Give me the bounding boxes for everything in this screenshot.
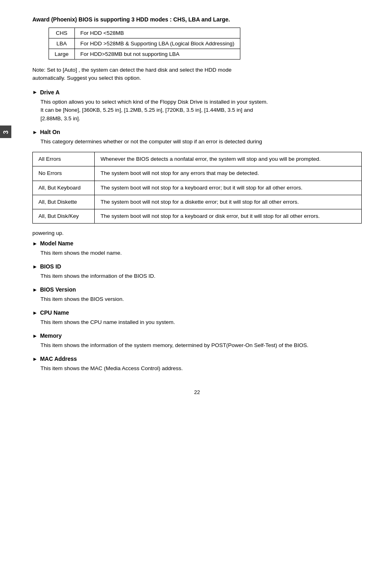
halt-description: The system boot will not stop for a keyb… xyxy=(95,181,362,195)
halt-option: All, But Keyboard xyxy=(33,181,95,195)
page-number: 22 xyxy=(32,389,362,395)
arrow-icon: ► xyxy=(32,89,38,95)
hdd-table-row: LBAFor HDD >528MB & Supporting LBA (Logi… xyxy=(49,38,240,49)
halt-table-row: All, But DisketteThe system boot will no… xyxy=(33,195,362,209)
section-title-bios-version: BIOS Version xyxy=(40,286,76,293)
section-body-drive-a: This option allows you to select which k… xyxy=(40,98,362,124)
after-table-text: powering up. xyxy=(32,230,362,236)
arrow-icon: ► xyxy=(32,264,38,270)
hdd-mode: LBA xyxy=(49,38,75,49)
halt-table-row: All, But Disk/KeyThe system boot will no… xyxy=(33,209,362,224)
section-body-bios-id: This item shows the information of the B… xyxy=(40,272,362,281)
halt-description: The system boot will not stop for a keyb… xyxy=(95,209,362,224)
halt-table: All ErrorsWhenever the BIOS detects a no… xyxy=(32,152,362,224)
section-body-cpu-name: This item shows the CPU name installed i… xyxy=(40,318,362,327)
halt-table-row: No ErrorsThe system boot will not stop f… xyxy=(33,166,362,181)
hdd-mode: Large xyxy=(49,49,75,60)
section-heading-model-name: ►Model Name xyxy=(32,240,362,247)
hdd-table-row: LargeFor HDD>528MB but not supporting LB… xyxy=(49,49,240,60)
halt-option: All, But Disk/Key xyxy=(33,209,95,224)
section-heading-drive-a: ►Drive A xyxy=(32,89,362,96)
halt-option: No Errors xyxy=(33,166,95,181)
arrow-icon: ► xyxy=(32,356,38,362)
hdd-description: For HDD >528MB & Supporting LBA (Logical… xyxy=(74,38,240,49)
halt-option: All, But Diskette xyxy=(33,195,95,209)
section-body-bios-version: This item shows the BIOS version. xyxy=(40,295,362,304)
arrow-icon: ► xyxy=(32,333,38,339)
halt-description: The system boot will not stop for a disk… xyxy=(95,195,362,209)
halt-table-row: All ErrorsWhenever the BIOS detects a no… xyxy=(33,152,362,166)
hdd-description: For HDD <528MB xyxy=(74,28,240,38)
intro-heading: Award (Phoenix) BIOS is supporting 3 HDD… xyxy=(32,16,362,23)
sections-container: ►Drive AThis option allows you to select… xyxy=(32,89,362,373)
hdd-description: For HDD>528MB but not supporting LBA xyxy=(74,49,240,60)
halt-description: Whenever the BIOS detects a nonfatal err… xyxy=(95,152,362,166)
note-text: Note: Set to [Auto] , the system can det… xyxy=(32,66,362,83)
arrow-icon: ► xyxy=(32,241,38,247)
hdd-mode: CHS xyxy=(49,28,75,38)
side-tab: 3 xyxy=(0,126,11,138)
hdd-table-row: CHSFor HDD <528MB xyxy=(49,28,240,38)
page-container: 3 Award (Phoenix) BIOS is supporting 3 H… xyxy=(0,0,386,420)
arrow-icon: ► xyxy=(32,310,38,316)
section-heading-bios-id: ►BIOS ID xyxy=(32,263,362,270)
section-heading-mac-address: ►MAC Address xyxy=(32,356,362,362)
halt-table-row: All, But KeyboardThe system boot will no… xyxy=(33,181,362,195)
section-title-drive-a: Drive A xyxy=(40,89,60,96)
arrow-icon: ► xyxy=(32,287,38,293)
halt-description: The system boot will not stop for any er… xyxy=(95,166,362,181)
section-title-mac-address: MAC Address xyxy=(40,356,77,362)
section-title-memory: Memory xyxy=(40,332,62,339)
halt-option: All Errors xyxy=(33,152,95,166)
hdd-table: CHSFor HDD <528MBLBAFor HDD >528MB & Sup… xyxy=(49,28,240,60)
section-body-mac-address: This item shows the MAC (Media Access Co… xyxy=(40,364,362,373)
section-heading-cpu-name: ►CPU Name xyxy=(32,309,362,316)
section-body-model-name: This item shows the model name. xyxy=(40,249,362,258)
section-body-memory: This item shows the information of the s… xyxy=(40,341,362,350)
section-title-cpu-name: CPU Name xyxy=(40,309,69,316)
section-body-halt-on: This category determines whether or not … xyxy=(40,138,362,146)
section-heading-halt-on: ►Halt On xyxy=(32,129,362,135)
section-heading-memory: ►Memory xyxy=(32,332,362,339)
section-title-model-name: Model Name xyxy=(40,240,73,247)
section-title-halt-on: Halt On xyxy=(40,129,60,135)
arrow-icon: ► xyxy=(32,129,38,135)
section-heading-bios-version: ►BIOS Version xyxy=(32,286,362,293)
section-title-bios-id: BIOS ID xyxy=(40,263,61,270)
